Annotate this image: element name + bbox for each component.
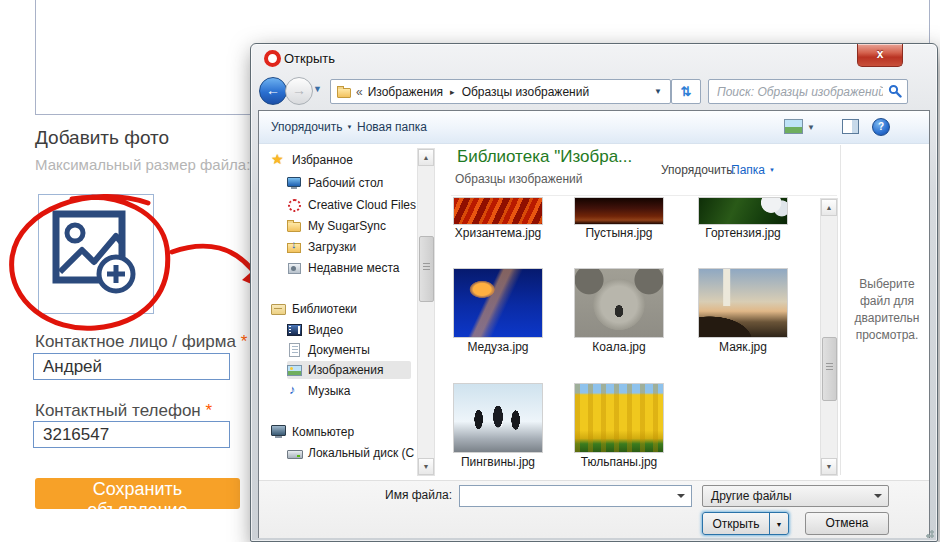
sidebar-item-downloads[interactable]: Загрузки bbox=[287, 238, 356, 256]
arrow-left-icon: ← bbox=[266, 82, 280, 98]
downloads-icon bbox=[287, 240, 302, 254]
arrange-by-dropdown[interactable]: Папка bbox=[731, 163, 775, 177]
opera-icon bbox=[264, 50, 281, 67]
thumbnail-desert[interactable] bbox=[575, 198, 663, 224]
breadcrumb-root-chevron[interactable]: « bbox=[356, 85, 363, 99]
chevron-down-icon: ▼ bbox=[776, 521, 783, 528]
forward-button[interactable]: → bbox=[285, 77, 313, 105]
chevron-down-icon[interactable] bbox=[677, 494, 685, 502]
organize-button[interactable]: Упорядочить bbox=[271, 120, 352, 134]
files-scrollbar-thumb[interactable] bbox=[822, 337, 837, 401]
thumbnail-penguins[interactable] bbox=[454, 384, 542, 452]
sidebar-item-video[interactable]: Видео bbox=[287, 321, 343, 339]
file-label[interactable]: Пустыня.jpg bbox=[559, 226, 679, 240]
sidebar-item-documents[interactable]: Документы bbox=[287, 341, 370, 359]
breadcrumb[interactable]: « Изображения ▸ Образцы изображений ▼ bbox=[330, 79, 671, 104]
documents-icon bbox=[287, 343, 302, 357]
file-label[interactable]: Маяк.jpg bbox=[683, 340, 803, 354]
save-listing-button[interactable]: Сохранить объявление bbox=[35, 478, 240, 509]
close-icon: x bbox=[877, 47, 884, 61]
sidebar-group-libraries[interactable]: Библиотеки bbox=[271, 300, 357, 318]
file-label[interactable]: Гортензия.jpg bbox=[683, 226, 803, 240]
creative-cloud-icon bbox=[287, 198, 302, 212]
library-subtitle: Образцы изображений bbox=[455, 172, 582, 186]
close-button[interactable]: x bbox=[857, 44, 903, 67]
views-button[interactable] bbox=[784, 119, 803, 134]
sidebar-scrollbar-thumb[interactable] bbox=[419, 236, 434, 302]
refresh-button[interactable]: ⇅ bbox=[671, 79, 701, 104]
contact-input[interactable] bbox=[33, 353, 230, 380]
thumbnail-koala[interactable] bbox=[575, 269, 663, 337]
add-photo-icon bbox=[48, 206, 144, 302]
phone-label: Контактный телефон * bbox=[35, 401, 212, 421]
filename-input[interactable] bbox=[464, 488, 668, 506]
breadcrumb-item-samples[interactable]: Образцы изображений bbox=[462, 85, 589, 99]
preview-pane-toggle-button[interactable] bbox=[842, 119, 859, 134]
sidebar-group-favorites[interactable]: Избранное bbox=[271, 151, 353, 169]
search-box[interactable] bbox=[708, 79, 908, 104]
thumbnail-tulips[interactable] bbox=[575, 384, 663, 452]
dialog-footer: Имя файла: Другие файлы Открыть ▼ Отмена bbox=[259, 480, 929, 538]
file-label[interactable]: Медуза.jpg bbox=[438, 340, 558, 354]
preview-hint-line: Выберите bbox=[842, 277, 932, 291]
breadcrumb-dropdown-icon[interactable]: ▼ bbox=[654, 87, 662, 96]
views-dropdown-icon[interactable]: ▼ bbox=[807, 123, 815, 132]
help-button[interactable]: ? bbox=[872, 118, 890, 136]
open-button[interactable]: Открыть ▼ bbox=[702, 512, 789, 535]
history-dropdown-icon[interactable]: ▼ bbox=[313, 84, 322, 94]
thumbnail-chrysanthemum[interactable] bbox=[454, 198, 542, 224]
scroll-up-icon[interactable]: ▲ bbox=[418, 149, 434, 166]
toolbar: Упорядочить Новая папка ▼ ? bbox=[259, 111, 929, 144]
preview-pane-divider bbox=[840, 145, 841, 475]
file-label[interactable]: Коала.jpg bbox=[559, 340, 679, 354]
scroll-down-icon[interactable]: ▼ bbox=[418, 458, 434, 475]
photo-upload-box[interactable] bbox=[38, 194, 154, 314]
thumbnail-hydrangea[interactable] bbox=[699, 198, 787, 224]
thumbnail-lighthouse[interactable] bbox=[699, 269, 787, 337]
header-divider bbox=[451, 195, 837, 196]
sidebar-item-pictures[interactable]: Изображения bbox=[287, 361, 411, 379]
contact-label: Контактное лицо / фирма * bbox=[35, 332, 247, 352]
libraries-icon bbox=[271, 302, 286, 316]
cancel-button[interactable]: Отмена bbox=[805, 512, 889, 535]
sidebar-item-local-disk[interactable]: Локальный диск (C bbox=[287, 444, 414, 462]
back-button[interactable]: ← bbox=[259, 77, 287, 105]
open-split-dropdown[interactable]: ▼ bbox=[769, 513, 788, 534]
breadcrumb-separator-icon[interactable]: ▸ bbox=[450, 87, 455, 97]
file-label[interactable]: Тюльпаны.jpg bbox=[559, 455, 679, 469]
thumbnail-jellyfish[interactable] bbox=[454, 269, 542, 337]
red-arrow-annotation bbox=[172, 246, 257, 276]
file-label[interactable]: Хризантема.jpg bbox=[438, 226, 558, 240]
chevron-down-icon[interactable] bbox=[874, 494, 882, 502]
files-scrollbar[interactable]: ▲ ▼ bbox=[820, 198, 838, 476]
folder-icon bbox=[337, 85, 352, 99]
dialog-title: Открыть bbox=[284, 51, 335, 66]
file-label[interactable]: Пингвины.jpg bbox=[438, 455, 558, 469]
preview-hint-line: дварительн bbox=[842, 311, 932, 325]
new-folder-button[interactable]: Новая папка bbox=[357, 120, 427, 134]
sidebar-scrollbar[interactable]: ▲ ▼ bbox=[417, 148, 435, 476]
scroll-up-icon[interactable]: ▲ bbox=[821, 199, 837, 216]
sidebar-item-music[interactable]: Музыка bbox=[287, 382, 350, 400]
recent-places-icon bbox=[287, 261, 302, 275]
sidebar-item-recent-places[interactable]: Недавние места bbox=[287, 259, 399, 277]
star-icon bbox=[271, 153, 286, 167]
required-asterisk: * bbox=[241, 332, 248, 351]
filename-combo[interactable] bbox=[459, 485, 692, 507]
phone-input[interactable] bbox=[33, 421, 230, 448]
dialog-client-area: Упорядочить Новая папка ▼ ? Избранное Ра… bbox=[258, 110, 930, 538]
search-input[interactable] bbox=[715, 82, 885, 102]
scroll-down-icon[interactable]: ▼ bbox=[821, 458, 837, 475]
title-bar[interactable] bbox=[251, 44, 935, 75]
library-title: Библиотека "Изобра... bbox=[457, 147, 632, 167]
breadcrumb-item-pictures[interactable]: Изображения bbox=[368, 85, 443, 99]
resize-grip[interactable] bbox=[924, 528, 934, 538]
folder-icon bbox=[287, 219, 302, 233]
sidebar-item-sugarsync[interactable]: My SugarSync bbox=[287, 217, 386, 235]
sidebar-item-creative-cloud[interactable]: Creative Cloud Files bbox=[287, 196, 416, 214]
sidebar-item-desktop[interactable]: Рабочий стол bbox=[287, 174, 383, 192]
video-icon bbox=[287, 323, 302, 337]
arrange-label: Упорядочить: bbox=[661, 163, 736, 177]
sidebar-group-computer[interactable]: Компьютер bbox=[271, 423, 354, 441]
filetype-select[interactable]: Другие файлы bbox=[702, 485, 889, 507]
